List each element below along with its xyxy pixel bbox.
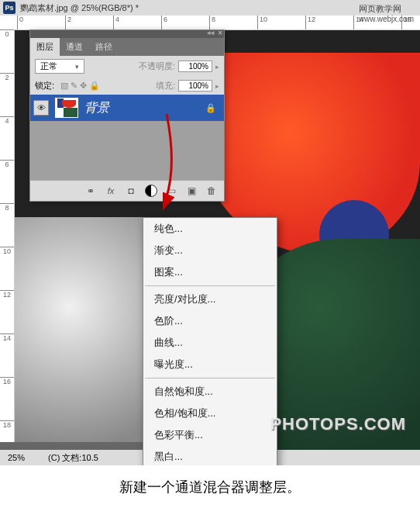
fill-label: 填充:: [156, 80, 175, 92]
document-tab-bar: Ps 鹦鹉素材.jpg @ 25%(RGB/8*) *: [0, 0, 420, 16]
menu-item[interactable]: 纯色...: [143, 218, 277, 240]
menu-item[interactable]: 曲线...: [143, 332, 277, 354]
instruction-caption: 新建一个通道混合器调整层。: [0, 465, 420, 508]
layer-name: 背景: [84, 100, 109, 116]
menu-item[interactable]: 图案...: [143, 261, 277, 283]
fill-value[interactable]: 100%: [178, 80, 212, 92]
visibility-icon[interactable]: 👁: [33, 100, 49, 116]
panel-header[interactable]: ×: [30, 30, 224, 38]
lock-label: 锁定:: [35, 80, 54, 92]
zoom-level[interactable]: 25%: [8, 453, 25, 462]
menu-item[interactable]: 亮度/对比度...: [143, 289, 277, 310]
tab-channels[interactable]: 通道: [60, 38, 89, 56]
lock-buttons[interactable]: ▨ ✎ ✥ 🔒: [57, 81, 100, 91]
chevron-right-icon[interactable]: ▸: [215, 63, 219, 71]
vertical-ruler: 024681012141618: [0, 29, 15, 442]
watermark-bottom: PHOTOPS.COM: [270, 414, 406, 434]
app-icon: Ps: [3, 2, 15, 14]
tab-layers[interactable]: 图层: [30, 38, 60, 56]
menu-item[interactable]: 色相/饱和度...: [143, 403, 277, 424]
document-info: 文档:10.5: [62, 453, 98, 462]
horizontal-ruler: 0246810121416: [0, 16, 420, 30]
adjustment-layer-icon[interactable]: [145, 185, 157, 197]
menu-item[interactable]: 曝光度...: [143, 354, 277, 375]
adjustment-dropdown: 纯色...渐变...图案...亮度/对比度...色阶...曲线...曝光度...…: [143, 217, 277, 465]
blend-mode-select[interactable]: 正常: [35, 59, 84, 74]
opacity-value[interactable]: 100%: [178, 60, 212, 72]
menu-item[interactable]: 黑白...: [143, 446, 277, 465]
layer-thumbnail[interactable]: [55, 98, 78, 118]
chevron-right-icon[interactable]: ▸: [215, 82, 219, 90]
annotation-arrow: [163, 110, 232, 222]
watermark-top: 网页教学网 www.webjx.com: [359, 3, 414, 23]
tab-paths[interactable]: 路径: [89, 38, 119, 56]
fx-icon[interactable]: fx: [105, 185, 117, 197]
menu-item[interactable]: 色阶...: [143, 310, 277, 332]
mask-icon[interactable]: ◘: [125, 185, 137, 197]
menu-item[interactable]: 自然饱和度...: [143, 381, 277, 403]
link-icon[interactable]: ⚭: [84, 185, 97, 197]
menu-item[interactable]: 渐变...: [143, 240, 277, 261]
menu-item[interactable]: 色彩平衡...: [143, 424, 277, 446]
document-title: 鹦鹉素材.jpg @ 25%(RGB/8*) *: [20, 2, 139, 14]
opacity-label: 不透明度:: [139, 60, 175, 72]
